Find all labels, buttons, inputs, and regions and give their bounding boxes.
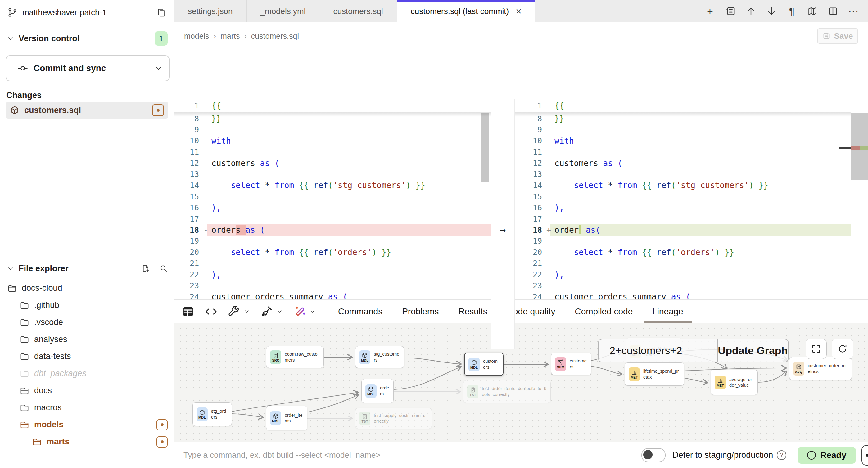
arrow-down-icon[interactable]: [766, 6, 777, 17]
magic-icon: [294, 305, 306, 318]
code-text: ),: [211, 269, 491, 280]
file-tree-item-macros[interactable]: macros: [0, 399, 174, 416]
panel-tab-problems[interactable]: Problems: [402, 300, 439, 323]
lineage-node-stg-orders[interactable]: MDLstg_orders: [192, 402, 232, 426]
breadcrumb-segment[interactable]: models: [184, 32, 209, 41]
command-input[interactable]: Type a command, ex. dbt build --select <…: [174, 450, 633, 460]
copy-icon[interactable]: [156, 7, 166, 18]
code-line-19: 19: [174, 236, 491, 247]
tab-customers-sql-last-commit-[interactable]: customers.sql (last commit)×: [397, 0, 535, 22]
broom-tool-button[interactable]: [261, 305, 283, 318]
lineage-canvas[interactable]: SRCecom.raw_customersMDLstg_customersMDL…: [174, 323, 868, 442]
lineage-node-customer-order-metrics[interactable]: SVQcustomer_order_metrics: [789, 357, 852, 380]
indent-guide: [214, 169, 214, 180]
new-file-icon[interactable]: [142, 264, 150, 273]
modified-status-badge: [156, 419, 168, 431]
code-line-21: 21: [515, 258, 851, 269]
chevron-down-icon: [6, 34, 14, 42]
line-number: 20: [174, 248, 203, 257]
file-tree-item-docs[interactable]: docs: [0, 382, 174, 399]
more-options-button[interactable]: •••: [862, 445, 868, 466]
line-number: 10: [515, 136, 547, 145]
changed-file-customers-sql[interactable]: customers.sql: [6, 102, 168, 119]
breadcrumb-segment[interactable]: marts: [220, 32, 240, 41]
chevron-down-icon[interactable]: [276, 308, 283, 315]
indent-guide: [214, 247, 214, 258]
refresh-graph-button[interactable]: [832, 339, 854, 359]
wrench-tool-button[interactable]: [228, 305, 250, 318]
file-tree-item-marts[interactable]: marts: [0, 433, 174, 450]
file-tree-item-docs-cloud[interactable]: docs-cloud: [0, 280, 174, 297]
defer-toggle[interactable]: [641, 448, 665, 462]
file-tree-item-dbt-packages[interactable]: dbt_packages: [0, 365, 174, 382]
file-explorer-header[interactable]: File explorer: [0, 257, 174, 280]
panel-tab-compiled-code[interactable]: Compiled code: [575, 300, 633, 323]
tab-customers-sql[interactable]: customers.sql: [319, 0, 397, 22]
save-button[interactable]: Save: [817, 28, 858, 44]
status-bar-controls: Defer to staging/production ? Ready •••: [633, 442, 868, 468]
commit-options-dropdown[interactable]: [148, 56, 169, 81]
lineage-node-ecom-raw-customers[interactable]: SRCecom.raw_customers: [266, 346, 324, 368]
lineage-node-test-supply-costs-sum-correctly[interactable]: TSTtest_supply_costs_sum_correctly: [355, 408, 432, 429]
file-tree-item--vscode[interactable]: .vscode: [0, 314, 174, 331]
branch-header: matthewshaver-patch-1: [0, 0, 174, 25]
code-line-8: 8}}: [515, 113, 851, 124]
file-tree-item-data-tests[interactable]: data-tests: [0, 348, 174, 365]
code-text: [554, 236, 851, 247]
chevron-down-icon[interactable]: [243, 308, 250, 315]
commit-and-sync-button[interactable]: Commit and sync: [6, 55, 169, 81]
commit-and-sync-main[interactable]: Commit and sync: [6, 56, 148, 81]
save-label: Save: [834, 31, 853, 41]
breadcrumb-separator: ›: [244, 32, 247, 41]
lineage-node-lifetime-spend-pretax[interactable]: METlifetime_spend_pretax: [625, 363, 684, 386]
panel-tab-commands[interactable]: Commands: [338, 300, 382, 323]
line-number: 8: [515, 114, 547, 123]
badge-type-label: TST: [362, 420, 368, 423]
lineage-node-customers[interactable]: SEMcustomers: [551, 352, 591, 375]
lineage-node-stg-customers[interactable]: MDLstg_customers: [355, 346, 404, 368]
scrollbar-thumb[interactable]: [482, 113, 489, 182]
lineage-search-input[interactable]: 2+customers+2: [599, 339, 717, 362]
code-line-10: 10with: [515, 135, 851, 147]
code-line-17: 17: [515, 213, 851, 224]
file-tree-item-analyses[interactable]: analyses: [0, 331, 174, 348]
breadcrumb-segment[interactable]: customers.sql: [251, 32, 299, 41]
magic-tool-button[interactable]: [294, 305, 316, 318]
ellipsis-icon[interactable]: ⋯: [848, 6, 859, 17]
code-line-20: 20 select * from {{ ref('orders') }}: [174, 247, 491, 258]
version-control-header[interactable]: Version control 1: [0, 30, 174, 47]
code-tool-button[interactable]: [205, 305, 217, 318]
lineage-node-customers[interactable]: MDLcustomers: [464, 352, 503, 376]
update-graph-button[interactable]: Update Graph: [718, 339, 788, 362]
panel-tab-lineage[interactable]: Lineage: [652, 300, 683, 323]
plus-icon[interactable]: +: [705, 6, 715, 17]
outline-icon[interactable]: [725, 6, 736, 17]
panel-tab-results[interactable]: Results: [458, 300, 487, 323]
tab-label: customers.sql: [333, 6, 383, 16]
lineage-node-test-order-items-compute-to-bools-correctly[interactable]: TSTtest_order_items_compute_to_bools_cor…: [463, 380, 551, 403]
tab--models-yml[interactable]: _models.yml: [247, 0, 320, 22]
folder-icon: [20, 352, 29, 361]
cube-icon: [273, 413, 279, 419]
tab-settings-json[interactable]: settings.json: [174, 0, 247, 22]
pilcrow-icon[interactable]: ¶: [787, 6, 797, 17]
lineage-node-average-order-value[interactable]: METaverage_order_value: [711, 370, 758, 395]
search-files-icon[interactable]: [160, 264, 168, 273]
fullscreen-button[interactable]: [806, 339, 827, 359]
arrow-up-icon[interactable]: [746, 6, 756, 17]
close-tab-icon[interactable]: ×: [516, 6, 522, 16]
file-tree-item--github[interactable]: .github: [0, 297, 174, 314]
changed-file-name: customers.sql: [24, 105, 147, 115]
line-number: 13: [515, 170, 547, 179]
revert-change-arrow-icon[interactable]: →: [491, 223, 515, 236]
table-tool-button[interactable]: [182, 305, 194, 318]
file-tree-item-models[interactable]: models: [0, 416, 174, 433]
badge-type-label: SEM: [557, 366, 564, 369]
help-icon[interactable]: ?: [777, 450, 786, 460]
split-icon[interactable]: [828, 6, 838, 17]
lineage-node-order-items[interactable]: MDLorder_items: [266, 406, 307, 431]
lineage-node-orders[interactable]: MDLorders: [361, 379, 394, 403]
chevron-down-icon[interactable]: [309, 308, 316, 315]
map-icon[interactable]: [807, 6, 818, 17]
breadcrumb[interactable]: models›marts›customers.sql: [184, 32, 299, 41]
